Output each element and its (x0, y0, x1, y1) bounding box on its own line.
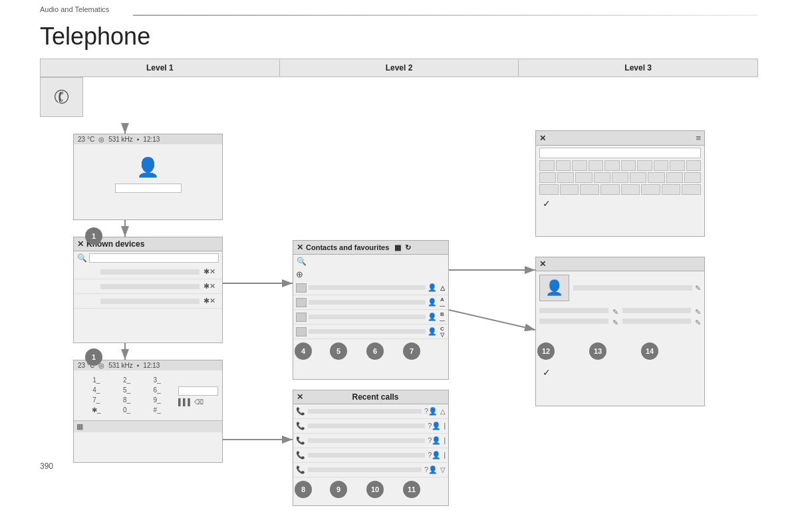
add-icon[interactable]: ⊕ (296, 269, 303, 279)
avatar-star-person-icon: 👤 (545, 279, 563, 297)
level2-header: Level 2 (280, 59, 519, 76)
kb-key-24[interactable] (621, 184, 640, 195)
kb-key-8[interactable] (654, 160, 669, 171)
bt-icon-1: ✱✕ (203, 267, 215, 276)
contacts-close-icon[interactable]: ✕ (297, 243, 303, 252)
edit-detail-3[interactable]: ✎ (612, 319, 618, 327)
kb-key-23[interactable] (600, 184, 620, 195)
contact-line-4 (309, 329, 426, 334)
bt-row-3: ✱✕ (74, 294, 222, 309)
badge-9: 9 (330, 481, 347, 498)
kb-key-21[interactable] (560, 184, 579, 195)
kb-key-1[interactable] (539, 160, 555, 171)
kb-key-3[interactable] (572, 160, 587, 171)
recent-person-5: ?👤 (424, 466, 438, 474)
contact-row-4[interactable]: 👤 C▽ (293, 325, 448, 339)
recent-row-4[interactable]: 📞 ?👤 | (293, 448, 448, 463)
key-hash[interactable]: #_ (142, 406, 172, 414)
l3-mid-close-icon[interactable]: ✕ (539, 259, 546, 269)
dialer-input[interactable] (178, 386, 218, 396)
kb-key-15[interactable] (612, 172, 628, 183)
key-3[interactable]: 3_ (142, 376, 172, 384)
recent-arrow-4: | (444, 452, 446, 459)
kb-key-9[interactable] (670, 160, 685, 171)
bt-icon-2: ✱✕ (203, 282, 215, 291)
edit-detail-1[interactable]: ✎ (612, 308, 618, 317)
recent-row-3[interactable]: 📞 ?👤 | (293, 434, 448, 448)
recent-row-2[interactable]: 📞 ?👤 | (293, 419, 448, 434)
kb-key-16[interactable] (630, 172, 646, 183)
l3-top-box: ✕ ≡ (535, 130, 705, 237)
recent-person-2: ?👤 (428, 422, 441, 430)
edit-detail-2[interactable]: ✎ (695, 308, 701, 317)
kb-key-20[interactable] (539, 184, 559, 195)
phone-icon: ✆ (51, 84, 72, 110)
kb-key-14[interactable] (594, 172, 610, 183)
kb-key-12[interactable] (557, 172, 574, 183)
search-bar[interactable] (89, 253, 219, 263)
edit-name-icon[interactable]: ✎ (695, 284, 701, 293)
contact-name-line: ✎ (573, 284, 701, 293)
keyboard-input[interactable] (539, 148, 701, 158)
kb-key-10[interactable] (686, 160, 702, 171)
kb-key-7[interactable] (637, 160, 652, 171)
l3-mid-box: ✕ 👤 ✎ ✎ ✎ (535, 257, 705, 406)
level3-header: Level 3 (519, 59, 757, 76)
edit-detail-4[interactable]: ✎ (695, 319, 701, 327)
bt-line-2 (100, 284, 200, 289)
name-input[interactable] (115, 184, 182, 193)
key-1[interactable]: 1_ (82, 376, 111, 384)
kb-key-22[interactable] (580, 184, 599, 195)
l3-mid-checkmark-icon[interactable]: ✓ (539, 366, 554, 379)
level1-header: Level 1 (41, 59, 280, 76)
contact-person-2: 👤 (428, 298, 437, 307)
key-star[interactable]: ✱_ (82, 406, 111, 414)
kb-key-17[interactable] (648, 172, 664, 183)
key-6[interactable]: 6_ (142, 386, 172, 394)
l3-top-close-icon[interactable]: ✕ (539, 134, 546, 143)
key-0[interactable]: 0_ (112, 406, 142, 414)
kb-key-4[interactable] (589, 160, 604, 171)
contact-row-3[interactable]: 👤 B— (293, 310, 448, 325)
kb-key-13[interactable] (575, 172, 592, 183)
key-2[interactable]: 2_ (112, 376, 142, 384)
detail-sub-1 (539, 308, 608, 313)
recent-arrow-1: △ (440, 408, 446, 415)
recent-row-1[interactable]: 📞 ?👤 △ (293, 404, 448, 419)
key-4[interactable]: 4_ (82, 386, 111, 394)
recent-person-1: ?👤 (424, 407, 438, 416)
l3-mid-header: ✕ (536, 257, 704, 271)
recent-arrow-3: | (444, 437, 446, 444)
kb-key-2[interactable] (556, 160, 571, 171)
contact-detail: 👤 ✎ ✎ ✎ ✎ ✎ (536, 271, 704, 332)
kb-key-26[interactable] (662, 184, 681, 195)
contact-detail-row-1: ✎ ✎ (539, 308, 701, 317)
close-icon[interactable]: ✕ (77, 239, 84, 249)
kb-key-11[interactable] (539, 172, 556, 183)
temp-display: 23 °C (78, 136, 94, 143)
contact-row-2[interactable]: 👤 A— (293, 295, 448, 310)
l3-top-confirm-row: ✓ (536, 197, 704, 210)
key-9[interactable]: 9_ (142, 396, 172, 404)
contact-line-1 (309, 285, 426, 290)
contact-person-3: 👤 (428, 313, 437, 321)
kb-key-18[interactable] (666, 172, 683, 183)
kb-key-5[interactable] (604, 160, 620, 171)
kb-key-27[interactable] (682, 184, 701, 195)
kb-key-25[interactable] (641, 184, 660, 195)
key-5[interactable]: 5_ (112, 386, 142, 394)
badge-11: 11 (403, 481, 420, 498)
recent-close-icon[interactable]: ✕ (297, 392, 303, 402)
checkmark-icon[interactable]: ✓ (539, 197, 554, 210)
key-7[interactable]: 7_ (82, 396, 111, 404)
kb-key-6[interactable] (621, 160, 636, 171)
contact-person-1: 👤 (428, 283, 437, 292)
contact-person-4: 👤 (428, 327, 437, 336)
contact-row-1[interactable]: 👤 △ (293, 281, 448, 295)
keypad-grid: 1_ 2_ 3_ 4_ 5_ 6_ 7_ 8_ 9_ ✱_ 0_ #_ (82, 376, 172, 414)
recent-row-5[interactable]: 📞 ?👤 ▽ (293, 463, 448, 477)
kb-key-19[interactable] (684, 172, 701, 183)
contact-letter-3: B— (439, 311, 446, 323)
l3-top-menu-icon[interactable]: ≡ (696, 133, 701, 143)
key-8[interactable]: 8_ (112, 396, 142, 404)
